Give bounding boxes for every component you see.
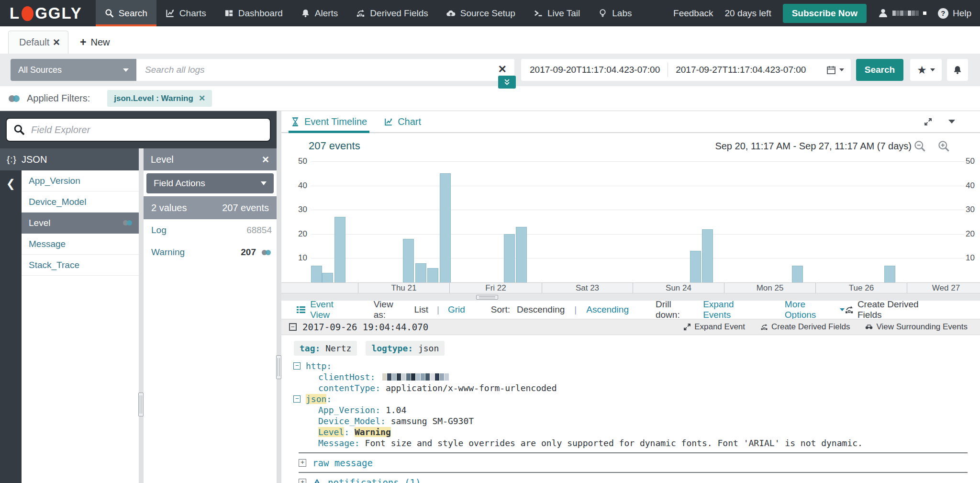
saved-searches-button[interactable]: ★ <box>910 59 942 81</box>
new-tab-button[interactable]: + New <box>80 31 110 54</box>
clear-search-icon[interactable]: ✕ <box>498 63 507 76</box>
tab-default[interactable]: Default ✕ <box>8 31 68 54</box>
histogram-bar[interactable] <box>415 263 426 282</box>
filter-chip-text: json.Level : Warning <box>114 94 193 103</box>
field-item-device-model[interactable]: Device_Model <box>22 191 139 213</box>
expand-notifications-icon[interactable]: + <box>299 479 306 483</box>
json-line-app-version: App_Version: 1.04 <box>291 404 980 416</box>
panel-divider <box>277 111 281 483</box>
value-row-warning[interactable]: Warning 207 <box>144 241 277 263</box>
dashboard-icon <box>224 9 234 18</box>
histogram-bar[interactable] <box>702 229 713 282</box>
expand-search-options-button[interactable] <box>498 76 516 89</box>
json-colon: : <box>355 438 365 448</box>
redacted-value <box>382 373 449 381</box>
nav-item-live-tail[interactable]: Live Tail <box>524 0 589 26</box>
json-value: Font size and style overrides are only s… <box>365 438 863 448</box>
nav-item-search[interactable]: Search <box>96 0 156 26</box>
loggly-logo[interactable]: LGGLY <box>0 0 96 26</box>
sort-ascending[interactable]: Ascending <box>586 304 629 315</box>
filter-chip-json-level-warning[interactable]: json.Level : Warning ✕ <box>107 90 212 107</box>
sort-descending[interactable]: Descending <box>517 304 565 315</box>
x-axis-label-fri-22: Fri 22 <box>449 283 542 293</box>
event-view-button[interactable]: Event View <box>297 299 354 320</box>
histogram-bar[interactable] <box>516 227 527 282</box>
histogram-bar[interactable] <box>403 239 414 282</box>
panel-resize-grip[interactable] <box>276 355 281 379</box>
expand-events-link[interactable]: Expand Events <box>703 299 762 320</box>
notifications-link[interactable]: notifications (1) <box>328 477 421 483</box>
nav-item-dashboard[interactable]: Dashboard <box>215 0 292 26</box>
search-button[interactable]: Search <box>856 59 903 81</box>
more-options-dropdown[interactable]: More Options <box>785 299 845 320</box>
tab-chart[interactable]: Chart <box>384 111 421 132</box>
zoom-out-icon[interactable] <box>913 140 926 153</box>
histogram-bar[interactable] <box>334 217 345 282</box>
collapse-event-icon[interactable]: − <box>289 323 297 331</box>
alert-bell-button[interactable] <box>947 59 968 81</box>
tag-value: json <box>418 343 439 353</box>
field-item-stack-trace[interactable]: Stack_Trace <box>22 255 139 276</box>
json-key: contentType <box>318 383 375 393</box>
collapse-node-icon[interactable]: − <box>293 395 301 403</box>
value-panel-title: Level <box>151 154 174 165</box>
histogram-bar[interactable] <box>884 266 895 282</box>
search-input[interactable]: Search all logs ✕ <box>136 59 514 81</box>
value-row-log[interactable]: Log 68854 <box>144 219 277 241</box>
collapse-node-icon[interactable]: − <box>293 362 301 370</box>
nav-item-alerts[interactable]: Alerts <box>292 0 347 26</box>
field-explorer-search-input[interactable]: Field Explorer <box>6 118 271 142</box>
tag-value: Nertz <box>325 343 351 353</box>
subscribe-now-button[interactable]: Subscribe Now <box>783 4 867 23</box>
nav-item-derived-fields[interactable]: Derived Fields <box>347 0 437 26</box>
feedback-link[interactable]: Feedback <box>673 8 713 19</box>
remove-filter-icon[interactable]: ✕ <box>199 93 205 103</box>
histogram-bar[interactable] <box>690 251 701 282</box>
create-derived-fields-link[interactable]: Create Derived Fields <box>760 322 850 332</box>
user-menu[interactable] <box>878 8 926 18</box>
raw-message-row: + raw message <box>299 458 980 468</box>
histogram-bar[interactable] <box>322 273 333 282</box>
zoom-in-icon[interactable] <box>937 140 950 153</box>
event-tag-tag[interactable]: tag: Nertz <box>294 341 357 356</box>
histogram-bar[interactable] <box>427 268 438 282</box>
chart-resize-grip[interactable] <box>476 295 498 300</box>
view-as-list[interactable]: List <box>414 304 428 315</box>
view-as-grid[interactable]: Grid <box>448 304 465 315</box>
close-icon[interactable]: ✕ <box>262 154 269 165</box>
histogram-bar[interactable] <box>440 173 451 282</box>
field-actions-dropdown[interactable]: Field Actions <box>146 173 274 193</box>
expand-raw-message-icon[interactable]: + <box>299 459 306 467</box>
histogram-bar[interactable] <box>792 266 803 282</box>
event-tag-logtype[interactable]: logtype: json <box>366 341 445 356</box>
tab-event-timeline[interactable]: Event Timeline <box>291 111 367 132</box>
column-resize-grip[interactable] <box>138 393 144 416</box>
date-to-input[interactable]: 2017-09-27T11:17:04.423-07:00 <box>668 65 811 75</box>
field-item-app-version[interactable]: App_Version <box>22 170 139 191</box>
expand-event-link[interactable]: Expand Event <box>683 322 745 332</box>
json-value: 1.04 <box>386 405 406 415</box>
raw-message-link[interactable]: raw message <box>312 458 373 468</box>
filter-venn-icon[interactable] <box>262 249 272 256</box>
date-from-input[interactable]: 2017-09-20T11:17:04.423-07:00 <box>521 65 668 75</box>
nav-item-labs[interactable]: Labs <box>589 0 641 26</box>
json-group-header[interactable]: {:} JSON <box>0 148 139 170</box>
tab-close-icon[interactable]: ✕ <box>53 37 60 48</box>
sources-dropdown[interactable]: All Sources <box>11 59 136 81</box>
expand-panel-icon[interactable] <box>924 118 932 126</box>
histogram-bar[interactable] <box>504 234 515 282</box>
create-derived-fields-button[interactable]: Create Derived Fields <box>845 299 942 320</box>
histogram-bar[interactable] <box>311 266 322 282</box>
nav-item-source-setup[interactable]: Source Setup <box>437 0 524 26</box>
view-surrounding-events-link[interactable]: View Surrounding Events <box>865 322 968 332</box>
collapse-panel-strip[interactable]: ❮ <box>0 170 22 483</box>
cloud-upload-icon <box>446 9 456 18</box>
help-menu[interactable]: ? Help <box>938 8 971 19</box>
calendar-picker-button[interactable] <box>826 65 851 75</box>
event-timestamp[interactable]: 2017-09-26 19:04:44.070 <box>302 322 428 332</box>
field-item-level[interactable]: Level <box>22 213 139 234</box>
field-item-message[interactable]: Message <box>22 234 139 255</box>
nav-item-charts[interactable]: Charts <box>156 0 215 26</box>
panel-menu-caret-icon[interactable] <box>948 120 955 124</box>
nav-item-label: Source Setup <box>460 8 515 19</box>
